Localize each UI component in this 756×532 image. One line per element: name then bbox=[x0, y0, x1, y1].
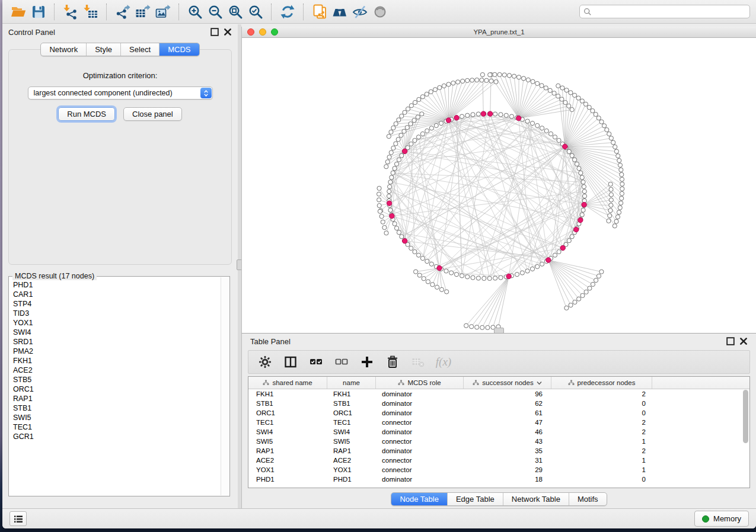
close-window-icon[interactable] bbox=[247, 28, 254, 36]
minimize-window-icon[interactable] bbox=[259, 28, 266, 36]
mcds-hub-node[interactable] bbox=[390, 213, 394, 218]
mcds-result-item[interactable]: STB1 bbox=[9, 403, 221, 413]
mcds-hub-node[interactable] bbox=[563, 144, 567, 149]
zoom-window-icon[interactable] bbox=[271, 28, 278, 36]
run-mcds-button[interactable]: Run MCDS bbox=[58, 107, 115, 121]
mcds-hub-node[interactable] bbox=[582, 202, 586, 207]
mcds-hub-node[interactable] bbox=[402, 149, 407, 153]
mcds-result-item[interactable]: RAP1 bbox=[9, 394, 221, 403]
column-header-successor-nodes[interactable]: successor nodes bbox=[464, 377, 551, 389]
zoom-out-button[interactable] bbox=[205, 2, 225, 21]
mcds-hub-node[interactable] bbox=[578, 217, 583, 222]
mcds-result-item[interactable]: CAR1 bbox=[9, 290, 221, 299]
apply-layout-button[interactable] bbox=[277, 2, 298, 21]
mcds-result-item[interactable]: TEC1 bbox=[9, 422, 221, 432]
table-row[interactable]: ACE2ACE2connector311 bbox=[248, 456, 749, 465]
mcds-hub-node[interactable] bbox=[446, 118, 451, 123]
hide-selected-button[interactable] bbox=[350, 2, 370, 21]
import-network-button[interactable] bbox=[60, 2, 81, 21]
mcds-result-item[interactable]: ACE2 bbox=[9, 366, 221, 375]
mcds-hub-node[interactable] bbox=[560, 245, 565, 250]
toggle-columns-button[interactable] bbox=[283, 355, 298, 369]
search-box[interactable] bbox=[579, 5, 750, 18]
network-canvas[interactable] bbox=[242, 38, 756, 333]
zoom-selected-button[interactable] bbox=[245, 2, 266, 21]
close-table-panel-icon[interactable] bbox=[739, 337, 748, 345]
memory-button[interactable]: Memory bbox=[694, 511, 749, 527]
network-window-titlebar[interactable]: YPA_prune.txt_1 bbox=[242, 27, 756, 38]
new-network-from-selection-button[interactable] bbox=[310, 2, 330, 21]
mcds-result-item[interactable]: SRD1 bbox=[9, 337, 221, 347]
mcds-result-item[interactable]: SWI4 bbox=[9, 328, 221, 337]
table-tab-node-table[interactable]: Node Table bbox=[391, 493, 447, 505]
table-tab-edge-table[interactable]: Edge Table bbox=[447, 493, 503, 505]
search-input[interactable] bbox=[595, 7, 749, 17]
export-image-button[interactable] bbox=[153, 2, 173, 21]
close-panel-icon[interactable] bbox=[224, 28, 232, 36]
table-row[interactable]: STB1STB1dominator620 bbox=[248, 399, 749, 408]
export-network-button[interactable] bbox=[113, 2, 133, 21]
mcds-hub-node[interactable] bbox=[481, 111, 486, 116]
mcds-result-item[interactable]: FKH1 bbox=[9, 356, 221, 366]
mcds-result-item[interactable]: TID3 bbox=[9, 309, 221, 318]
open-session-button[interactable] bbox=[8, 2, 28, 21]
mcds-hub-node[interactable] bbox=[402, 239, 407, 243]
show-all-button[interactable] bbox=[370, 2, 390, 21]
deselect-all-button[interactable] bbox=[334, 355, 349, 369]
mcds-result-item[interactable]: STP4 bbox=[9, 299, 221, 309]
mcds-result-list[interactable]: PHD1CAR1STP4TID3YOX1SWI4SRD1PMA2FKH1ACE2… bbox=[9, 280, 221, 495]
mcds-hub-node[interactable] bbox=[516, 116, 521, 120]
tab-network[interactable]: Network bbox=[41, 43, 86, 56]
column-header-predecessor-nodes[interactable]: predecessor nodes bbox=[551, 377, 652, 389]
mcds-result-item[interactable]: STB5 bbox=[9, 375, 221, 384]
mcds-result-item[interactable]: YOX1 bbox=[9, 318, 221, 328]
mcds-result-item[interactable]: ORC1 bbox=[9, 384, 221, 394]
table-tab-network-table[interactable]: Network Table bbox=[503, 493, 569, 505]
mcds-result-item[interactable]: SWI5 bbox=[9, 413, 221, 422]
table-row[interactable]: RAP1RAP1dominator352 bbox=[248, 446, 749, 456]
mcds-hub-node[interactable] bbox=[437, 265, 442, 270]
table-row[interactable]: SWI5SWI5connector431 bbox=[248, 437, 749, 446]
mcds-result-item[interactable]: PMA2 bbox=[9, 347, 221, 356]
table-row[interactable]: YOX1YOX1connector291 bbox=[248, 465, 749, 475]
export-table-button[interactable] bbox=[133, 2, 153, 21]
table-row[interactable]: SWI4SWI4dominator462 bbox=[248, 427, 749, 437]
tab-style[interactable]: Style bbox=[86, 43, 120, 56]
close-panel-button[interactable]: Close panel bbox=[123, 107, 182, 121]
tab-mcds[interactable]: MCDS bbox=[159, 43, 199, 56]
table-options-button[interactable] bbox=[258, 355, 272, 369]
mcds-hub-node[interactable] bbox=[454, 116, 459, 120]
table-row[interactable]: FKH1FKH1dominator962 bbox=[248, 389, 749, 399]
task-history-button[interactable] bbox=[9, 511, 27, 526]
save-session-button[interactable] bbox=[28, 2, 49, 21]
optimization-criterion-select[interactable]: largest connected component (undirected) bbox=[28, 86, 213, 100]
float-table-panel-icon[interactable] bbox=[726, 337, 735, 345]
column-header-name[interactable]: name bbox=[327, 377, 376, 389]
mcds-hub-node[interactable] bbox=[506, 274, 511, 278]
add-column-button[interactable] bbox=[360, 355, 374, 369]
first-neighbors-button[interactable] bbox=[330, 2, 350, 21]
network-graph[interactable] bbox=[242, 38, 756, 333]
select-all-button[interactable] bbox=[309, 355, 323, 369]
column-header-MCDS-role[interactable]: MCDS role bbox=[376, 377, 464, 389]
delete-column-button[interactable] bbox=[385, 355, 400, 369]
zoom-fit-button[interactable] bbox=[225, 2, 245, 21]
mcds-hub-node[interactable] bbox=[574, 227, 579, 232]
mcds-hub-node[interactable] bbox=[488, 111, 493, 116]
mcds-hub-node[interactable] bbox=[387, 201, 391, 206]
table-row[interactable]: ORC1ORC1dominator610 bbox=[248, 408, 749, 418]
table-row[interactable]: TEC1TEC1connector472 bbox=[248, 418, 749, 427]
import-table-button[interactable] bbox=[81, 2, 101, 21]
table-tab-motifs[interactable]: Motifs bbox=[569, 493, 607, 505]
table-row[interactable]: PHD1PHD1dominator180 bbox=[248, 475, 749, 484]
mcds-result-item[interactable]: PHD1 bbox=[9, 280, 221, 290]
tab-select[interactable]: Select bbox=[120, 43, 159, 56]
float-panel-icon[interactable] bbox=[210, 28, 219, 36]
node-table[interactable]: shared namenameMCDS rolesuccessor nodesp… bbox=[248, 376, 750, 488]
mcds-hub-node[interactable] bbox=[546, 258, 551, 262]
zoom-in-button[interactable] bbox=[185, 2, 205, 21]
mcds-result-item[interactable]: GCR1 bbox=[9, 432, 221, 441]
table-scrollbar-thumb[interactable] bbox=[743, 390, 748, 443]
mcds-list-scrollbar[interactable] bbox=[221, 277, 229, 495]
column-header-shared-name[interactable]: shared name bbox=[248, 377, 327, 389]
